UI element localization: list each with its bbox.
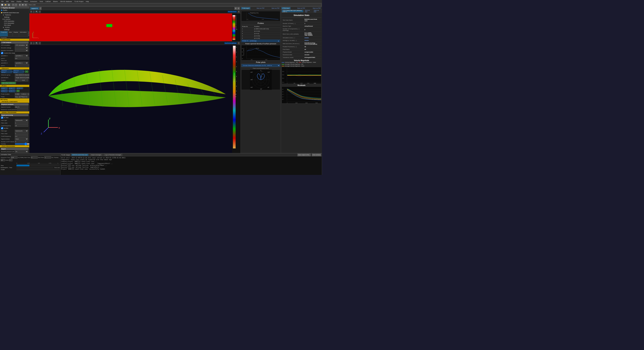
- tcaa-open-pdf[interactable]: Open as PDF: [271, 7, 280, 9]
- tab-display[interactable]: Display: [13, 31, 19, 36]
- tree-report1[interactable]: Report: [0, 31, 29, 31]
- menu-extractors[interactable]: Extractors: [30, 1, 38, 2]
- report-sub-header[interactable]: Report: [1, 148, 28, 150]
- observer-tag-2-close[interactable]: ×: [23, 71, 24, 72]
- speedline1-end-select[interactable]: speedline 1: [15, 62, 28, 64]
- probe-tag-1[interactable]: probe 1×: [1, 87, 8, 89]
- probe-loc-3[interactable]: [27, 93, 30, 95]
- menu-tcae[interactable]: TCAE Project: [74, 1, 84, 2]
- probe-5-close[interactable]: ×: [14, 90, 15, 92]
- dc-filter-order-input[interactable]: [15, 122, 28, 124]
- dc-filter-type-select[interactable]: Butterworth: [15, 119, 28, 121]
- view-interact-btn-2[interactable]: ↕: [33, 42, 34, 44]
- tcaa-tab[interactable]: TCAA report: [241, 7, 250, 10]
- scripting-header[interactable]: ▶ Scripting: [0, 98, 29, 101]
- menu-help[interactable]: Help: [85, 1, 90, 2]
- polar-dropdown[interactable]: Circular-Observers-Distribution-1m-TE - …: [241, 64, 280, 67]
- layout-arrange-btn[interactable]: ⊞: [234, 7, 237, 10]
- phys-const-sub-header[interactable]: Physical constants: [1, 103, 28, 106]
- add-observer-btn[interactable]: +: [25, 71, 28, 73]
- tree-tcfd1[interactable]: ⚙ TCFD1: [0, 26, 29, 29]
- add-probe-btn[interactable]: +: [16, 90, 20, 92]
- aa-cutoff-input[interactable]: [15, 135, 28, 137]
- output-tab-2[interactable]: Output messages: [90, 154, 102, 156]
- view-reset-btn[interactable]: ⟲: [30, 11, 32, 13]
- menu-calidari[interactable]: CaliDari: [45, 1, 51, 2]
- probe-tag-5[interactable]: probe 5×: [8, 90, 16, 92]
- acoustic-select[interactable]: [15, 47, 28, 49]
- cfd-sim-select[interactable]: CFD simulation: [15, 44, 28, 46]
- speedline1-select[interactable]: speedline 1: [15, 55, 28, 57]
- signal-processing-header[interactable]: — SIGNAL PROCESSING: [0, 111, 29, 114]
- htmlview-open-pdf[interactable]: Open as PDF: [312, 7, 322, 9]
- anim-frames-input[interactable]: [1, 159, 5, 161]
- observer-pos-y[interactable]: [22, 79, 28, 81]
- tab-information[interactable]: Information: [19, 31, 28, 36]
- probe-fields-input[interactable]: [15, 96, 30, 98]
- save-output-btn[interactable]: Save output to file...: [298, 154, 311, 156]
- anim-time-input[interactable]: [11, 156, 18, 159]
- anim-end-input[interactable]: [44, 156, 51, 159]
- probe-3-close[interactable]: ×: [22, 88, 23, 89]
- tcfd-open-pdf[interactable]: Open as PDF: [313, 10, 321, 13]
- caa-analysis-header[interactable]: — CAA analysis: [1, 41, 28, 44]
- acoustic-unit-select[interactable]: Pa: [15, 150, 28, 153]
- toolbar-time-input[interactable]: [32, 4, 321, 6]
- tree-fea-mesh[interactable]: FEA Mesh: [0, 24, 29, 26]
- add-virtual-obs-btn[interactable]: Add virtual observers: [1, 82, 16, 84]
- anim-start-input[interactable]: [31, 156, 38, 159]
- physical-constants-header[interactable]: — PHYSICAL CONSTANTS: [0, 101, 29, 103]
- output-tab-1[interactable]: BANCIII-case3-final-case: [71, 154, 89, 156]
- toolbar-undo[interactable]: ↩: [12, 4, 14, 6]
- toolbar-step[interactable]: ⏭: [24, 4, 27, 6]
- tcaa-save-pdf[interactable]: Save as PDF: [256, 7, 265, 9]
- tree-settings1[interactable]: Settings: [0, 16, 29, 18]
- view-zoom-btn-2[interactable]: 🔍: [35, 42, 38, 44]
- observer-tag-2[interactable]: observer group 2 ×: [13, 70, 24, 73]
- view-close-bottom-btn[interactable]: ✕: [238, 42, 240, 44]
- probe-detail-collapse[interactable]: ▲: [278, 40, 279, 42]
- aa-filter-order-input[interactable]: [15, 132, 28, 135]
- dc-cutoff-input[interactable]: [15, 124, 28, 127]
- point1-start-input[interactable]: [15, 57, 30, 60]
- toolbar-open[interactable]: 📂: [4, 4, 7, 6]
- probe-detail-header[interactable]: Probe #1 - probeGpp ▲: [241, 40, 280, 42]
- view-select-btn[interactable]: ↗: [39, 11, 41, 13]
- 3d-scene[interactable]: x y z: [30, 45, 232, 153]
- observer-pos-x[interactable]: [15, 79, 21, 81]
- tcfd-tab[interactable]: TCFD Steady-state report (efficiency pro…: [282, 10, 303, 12]
- overlap-slider[interactable]: [15, 143, 30, 144]
- tree-builtin[interactable]: 🔵 Builtin: [0, 9, 29, 12]
- view-reset-btn-2[interactable]: ⟲: [30, 42, 32, 44]
- equation-select[interactable]: [15, 49, 28, 52]
- toolbar-redo[interactable]: ↪: [15, 4, 17, 6]
- simulation-header[interactable]: ▼ SIMULATION: [0, 39, 29, 41]
- menu-filters[interactable]: Filters: [23, 1, 28, 2]
- probe-loc-2[interactable]: [21, 93, 27, 95]
- track-keeper-bar[interactable]: [16, 167, 54, 168]
- tree-caa-source[interactable]: CAA source: [0, 18, 29, 20]
- view-close-top-btn[interactable]: ✕: [238, 11, 240, 13]
- ref-pressure-input[interactable]: [17, 109, 28, 111]
- menu-tools[interactable]: Tools: [39, 1, 44, 2]
- view-zoom-btn[interactable]: 🔍: [35, 11, 38, 13]
- probe-tag-3[interactable]: probe 3×: [16, 87, 24, 89]
- view-interact-btn[interactable]: ↕: [33, 11, 34, 13]
- tcfd-save-pdf[interactable]: Save as PDF: [304, 10, 312, 13]
- toolbar-new[interactable]: 📄: [1, 4, 4, 6]
- menu-dbase[interactable]: DBASE database: [60, 1, 72, 2]
- observer-tag-1[interactable]: observer group 1 ×: [1, 70, 12, 73]
- tab-multiblock[interactable]: Multi-block Inspector: [28, 31, 30, 36]
- probe-loc-1[interactable]: [15, 93, 21, 95]
- tree-tmesh[interactable]: ⚙ TMESH1: [0, 14, 29, 16]
- aa-filter-check[interactable]: [1, 127, 3, 129]
- output-tab-3[interactable]: Log on Paraview messages: [104, 154, 122, 156]
- tree-caa-geo[interactable]: CAA Geometry: [0, 22, 29, 24]
- menu-file[interactable]: File: [1, 1, 4, 2]
- track-time-bar[interactable]: [16, 165, 60, 166]
- layout-split-h-btn[interactable]: ⊟: [237, 7, 240, 10]
- probe-tag-2[interactable]: probe 2×: [8, 87, 16, 89]
- post-processing-header[interactable]: — POST-PROCESSING: [0, 145, 29, 147]
- toolbar-stop[interactable]: ⏹: [22, 4, 24, 6]
- tree-project[interactable]: 📁 BANCIII-case3-final-case: [0, 12, 29, 14]
